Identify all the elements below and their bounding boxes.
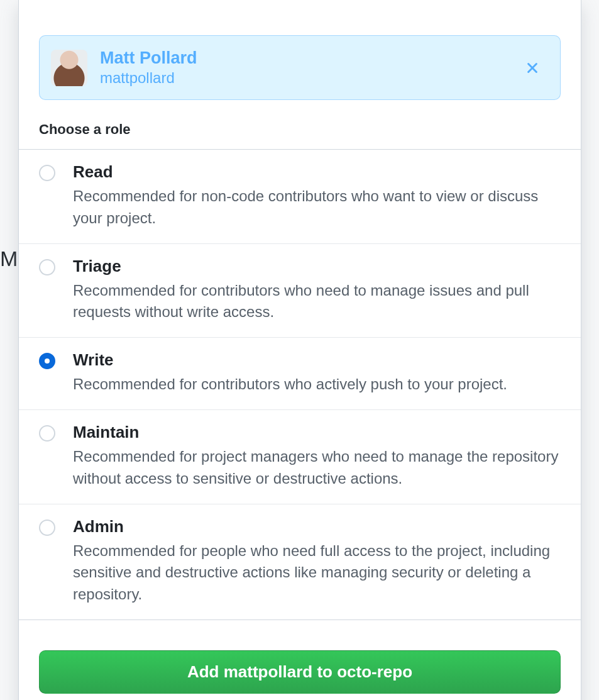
role-option-admin[interactable]: Admin Recommended for people who need fu… <box>19 504 581 620</box>
section-title: Choose a role <box>19 100 581 150</box>
radio-admin[interactable] <box>39 519 55 536</box>
role-option-write[interactable]: Write Recommended for contributors who a… <box>19 338 581 410</box>
role-option-read[interactable]: Read Recommended for non-code contributo… <box>19 150 581 244</box>
background-heading-fragment: M <box>0 247 18 271</box>
role-list: Read Recommended for non-code contributo… <box>19 150 581 620</box>
role-selection-dialog: Matt Pollard mattpollard Choose a role R… <box>18 0 581 700</box>
role-description: Recommended for non-code contributors wh… <box>73 186 561 230</box>
user-display-name: Matt Pollard <box>100 48 520 68</box>
radio-write[interactable] <box>39 353 55 369</box>
radio-triage[interactable] <box>39 259 55 275</box>
user-login: mattpollard <box>100 69 520 87</box>
role-description: Recommended for people who need full acc… <box>73 540 561 606</box>
add-user-button[interactable]: Add mattpollard to octo-repo <box>39 650 561 694</box>
role-title: Maintain <box>73 423 561 442</box>
close-icon <box>525 61 539 75</box>
radio-maintain[interactable] <box>39 425 55 442</box>
role-description: Recommended for contributors who need to… <box>73 280 561 324</box>
role-option-maintain[interactable]: Maintain Recommended for project manager… <box>19 410 581 504</box>
role-title: Write <box>73 350 507 370</box>
role-title: Admin <box>73 517 561 536</box>
role-title: Read <box>73 162 561 182</box>
role-option-triage[interactable]: Triage Recommended for contributors who … <box>19 244 581 338</box>
remove-user-button[interactable] <box>520 55 545 81</box>
role-description: Recommended for contributors who activel… <box>73 374 507 396</box>
selected-user-chip: Matt Pollard mattpollard <box>39 35 561 100</box>
role-description: Recommended for project managers who nee… <box>73 446 561 490</box>
avatar <box>51 50 87 86</box>
role-title: Triage <box>73 257 561 276</box>
radio-read[interactable] <box>39 165 55 181</box>
